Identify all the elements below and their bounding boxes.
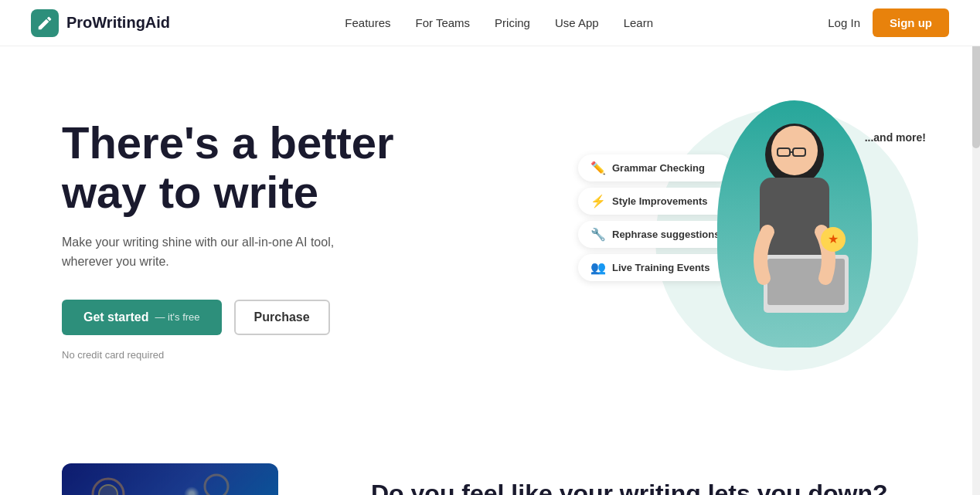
hero-person-illustration: ★ (702, 100, 887, 378)
hero-title: There's a better way to write (62, 118, 394, 217)
training-icon: 👥 (590, 260, 606, 275)
scrollbar[interactable] (972, 0, 980, 495)
get-started-button[interactable]: Get started — it's free (62, 300, 222, 335)
grammar-icon: ✏️ (590, 161, 606, 175)
hero-illustration: ✏️ Grammar Checking ⚡ Style Improvements… (594, 93, 918, 386)
hero-subtitle: Make your writing shine with our all-in-… (62, 232, 356, 272)
logo-svg (36, 15, 53, 32)
brand-name: ProWritingAid (66, 14, 170, 32)
nav-pricing[interactable]: Pricing (495, 16, 530, 29)
nav-actions: Log In Sign up (828, 8, 949, 37)
person-svg: ★ (717, 100, 872, 378)
second-right: Do you feel like your writing lets you d… (371, 463, 918, 495)
second-section: My idea in my head Do you feel like your… (0, 417, 980, 495)
nav-learn[interactable]: Learn (624, 16, 653, 29)
nav-links: Features For Teams Pricing Use App Learn (345, 16, 653, 30)
artwork-area: My idea in my head (62, 463, 325, 495)
nav-features[interactable]: Features (345, 16, 390, 29)
nav-use-app[interactable]: Use App (555, 16, 599, 29)
style-icon: ⚡ (590, 194, 606, 209)
hero-note: No credit card required (62, 349, 394, 361)
logo-icon (31, 9, 59, 37)
swirls-svg (62, 463, 278, 495)
signup-button[interactable]: Sign up (873, 8, 949, 37)
more-tag: ...and more! (865, 131, 926, 144)
hero-buttons: Get started — it's free Purchase (62, 300, 394, 335)
artwork-bg (62, 463, 278, 495)
artwork-container: My idea in my head (62, 463, 325, 495)
svg-point-12 (205, 475, 228, 495)
svg-point-11 (99, 485, 117, 495)
login-button[interactable]: Log In (828, 16, 860, 29)
hero-left: There's a better way to write Make your … (62, 118, 394, 361)
second-section-title: Do you feel like your writing lets you d… (371, 479, 918, 495)
purchase-button[interactable]: Purchase (234, 300, 330, 335)
logo-link[interactable]: ProWritingAid (31, 9, 170, 37)
navigation: ProWritingAid Features For Teams Pricing… (0, 0, 980, 46)
hero-section: There's a better way to write Make your … (0, 46, 980, 417)
svg-text:★: ★ (828, 232, 839, 246)
rephrase-icon: 🔧 (590, 227, 606, 242)
nav-for-teams[interactable]: For Teams (416, 16, 471, 29)
